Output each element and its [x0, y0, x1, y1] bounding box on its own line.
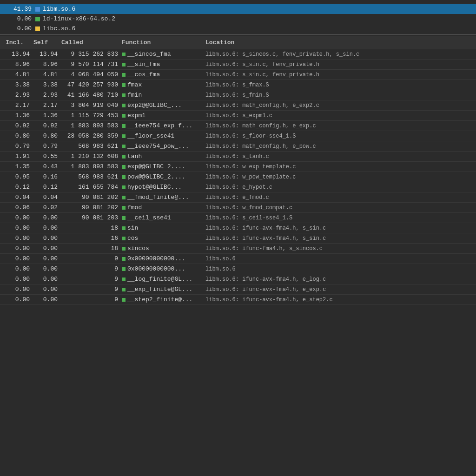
- cell-incl: 3.38: [4, 81, 32, 88]
- table-col-header-4[interactable]: Location: [204, 39, 472, 46]
- library-row-2[interactable]: 0.00 libc.so.6: [0, 24, 476, 33]
- cell-self: 0.00: [32, 245, 60, 252]
- cell-called: 3 804 919 040: [60, 102, 120, 109]
- cell-called: 9 315 262 833: [60, 51, 120, 58]
- cell-function: fmin: [120, 92, 204, 99]
- table-row[interactable]: 0.95 0.16 568 983 621 pow@@GLIBC_2.... l…: [0, 172, 476, 182]
- table-row[interactable]: 0.00 0.00 9 0x00000000000... libm.so.6: [0, 264, 476, 274]
- function-dot: [122, 175, 126, 179]
- function-name: __exp_finite@GL...: [127, 286, 192, 293]
- cell-called: 9: [60, 265, 120, 272]
- cell-location: libm.so.6: math_config.h, e_exp2.c: [204, 102, 472, 109]
- function-name: 0x00000000000...: [127, 255, 185, 262]
- table-row[interactable]: 0.00 0.00 18 sincos libm.so.6: ifunc-fma…: [0, 244, 476, 254]
- table-row[interactable]: 0.06 0.02 90 081 202 fmod libm.so.6: w_f…: [0, 203, 476, 213]
- cell-location: libm.so.6: ifunc-fma4.h, s_sincos.c: [204, 245, 472, 252]
- lib-name: libc.so.6: [43, 25, 75, 32]
- function-name: pow@@GLIBC_2....: [127, 173, 185, 180]
- cell-location: libm.so.6: s_fmax.S: [204, 82, 472, 88]
- cell-function: hypot@@GLIBC...: [120, 184, 204, 191]
- table-row[interactable]: 0.12 0.12 161 655 784 hypot@@GLIBC... li…: [0, 182, 476, 192]
- cell-incl: 0.00: [4, 276, 32, 283]
- cell-called: 90 081 203: [60, 214, 120, 221]
- function-name: 0x00000000000...: [127, 265, 185, 272]
- table-row[interactable]: 2.17 2.17 3 804 919 040 exp2@@GLIBC_... …: [0, 100, 476, 111]
- table-row[interactable]: 0.79 0.79 568 983 621 __ieee754_pow_... …: [0, 141, 476, 152]
- table-col-header-0[interactable]: Incl.: [4, 39, 32, 46]
- cell-location: libm.so.6: s_floor-sse4_1.S: [204, 133, 472, 139]
- cell-self: 0.00: [32, 296, 60, 303]
- table-body[interactable]: 13.94 13.94 9 315 262 833 __sincos_fma l…: [0, 49, 476, 430]
- table-col-header-3[interactable]: Function: [120, 39, 204, 46]
- table-row[interactable]: 4.81 4.81 4 068 494 050 __cos_fma libm.s…: [0, 70, 476, 80]
- table-row[interactable]: 13.94 13.94 9 315 262 833 __sincos_fma l…: [0, 49, 476, 60]
- function-dot: [122, 73, 126, 77]
- function-dot: [122, 247, 126, 251]
- cell-called: 1 115 729 453: [60, 112, 120, 119]
- table-row[interactable]: 0.00 0.00 9 __log_finite@GL... libm.so.6…: [0, 274, 476, 284]
- function-name: __ieee754_pow_...: [127, 143, 189, 150]
- table-row[interactable]: 3.38 3.38 47 420 257 930 fmax libm.so.6:…: [0, 80, 476, 90]
- function-dot: [122, 83, 126, 87]
- function-dot: [122, 288, 126, 291]
- table-row[interactable]: 0.00 0.00 9 __exp_finite@GL... libm.so.6…: [0, 284, 476, 295]
- table-row[interactable]: 0.00 0.00 90 081 203 __ceil_sse41 libm.s…: [0, 213, 476, 223]
- table-row[interactable]: 0.04 0.04 90 081 202 __fmod_finite@... l…: [0, 192, 476, 203]
- cell-self: 0.00: [32, 225, 60, 231]
- table-col-header-2[interactable]: Called: [60, 39, 120, 46]
- cell-function: 0x00000000000...: [120, 265, 204, 272]
- cell-location: libm.so.6: math_config.h, e_exp.c: [204, 123, 472, 129]
- function-name: hypot@@GLIBC...: [127, 184, 182, 191]
- cell-self: 8.96: [32, 61, 60, 68]
- table-row[interactable]: 0.00 0.00 9 __step2_finite@... libm.so.6…: [0, 295, 476, 305]
- function-dot: [122, 185, 126, 189]
- cell-called: 4 068 494 050: [60, 71, 120, 78]
- cell-called: 28 058 280 359: [60, 132, 120, 139]
- library-row-0[interactable]: 41.39 libm.so.6: [0, 4, 476, 14]
- lib-value: 0.00: [4, 25, 32, 32]
- table-row[interactable]: 0.00 0.00 16 cos libm.so.6: ifunc-avx-fm…: [0, 233, 476, 244]
- table-row[interactable]: 0.80 0.80 28 058 280 359 __floor_sse41 l…: [0, 131, 476, 141]
- table-header: Incl.SelfCalledFunctionLocation: [0, 36, 476, 49]
- table-col-header-1[interactable]: Self: [32, 39, 60, 46]
- function-name: fmod: [127, 204, 142, 211]
- table-row[interactable]: 0.92 0.92 1 883 893 583 __ieee754_exp_f.…: [0, 121, 476, 131]
- function-name: fmin: [127, 92, 142, 99]
- cell-called: 568 983 621: [60, 173, 120, 180]
- cell-function: fmod: [120, 204, 204, 211]
- cell-incl: 0.00: [4, 296, 32, 303]
- table-row[interactable]: 1.91 0.55 1 210 132 608 tanh libm.so.6: …: [0, 152, 476, 162]
- lib-value: 41.39: [4, 6, 32, 13]
- table-row[interactable]: 2.93 2.93 41 166 480 710 fmin libm.so.6:…: [0, 90, 476, 100]
- function-name: __sincos_fma: [127, 51, 171, 58]
- cell-location: libm.so.6: ifunc-avx-fma4.h, e_log.c: [204, 276, 472, 283]
- cell-self: 2.93: [32, 92, 60, 99]
- cell-function: __ieee754_exp_f...: [120, 122, 204, 129]
- cell-self: 0.04: [32, 194, 60, 201]
- table-row[interactable]: 0.00 0.00 9 0x00000000000... libm.so.6: [0, 254, 476, 264]
- cell-called: 161 655 784: [60, 184, 120, 191]
- cell-self: 3.38: [32, 81, 60, 88]
- function-dot: [122, 104, 126, 107]
- table-row[interactable]: 8.96 8.96 9 570 114 731 __sin_fma libm.s…: [0, 60, 476, 70]
- cell-function: __ceil_sse41: [120, 214, 204, 221]
- cell-function: __fmod_finite@...: [120, 194, 204, 201]
- table-row[interactable]: 1.36 1.36 1 115 729 453 expm1 libm.so.6:…: [0, 111, 476, 121]
- cell-function: __sincos_fma: [120, 51, 204, 58]
- function-dot: [122, 165, 126, 169]
- cell-location: libm.so.6: [204, 256, 472, 262]
- function-name: exp@@GLIBC_2....: [127, 163, 185, 170]
- library-row-1[interactable]: 0.00 ld-linux-x86-64.so.2: [0, 14, 476, 24]
- cell-called: 90 081 202: [60, 194, 120, 201]
- cell-location: libm.so.6: w_pow_template.c: [204, 174, 472, 180]
- function-name: __fmod_finite@...: [127, 194, 189, 201]
- cell-self: 0.92: [32, 122, 60, 129]
- function-name: __step2_finite@...: [127, 296, 192, 303]
- cell-called: 16: [60, 235, 120, 242]
- cell-location: libm.so.6: ifunc-avx-fma4.h, s_sin.c: [204, 235, 472, 242]
- cell-incl: 4.81: [4, 71, 32, 78]
- cell-function: cos: [120, 235, 204, 242]
- table-row[interactable]: 1.35 0.43 1 883 893 583 exp@@GLIBC_2....…: [0, 162, 476, 172]
- table-row[interactable]: 0.00 0.00 18 sin libm.so.6: ifunc-avx-fm…: [0, 223, 476, 233]
- cell-self: 0.00: [32, 286, 60, 293]
